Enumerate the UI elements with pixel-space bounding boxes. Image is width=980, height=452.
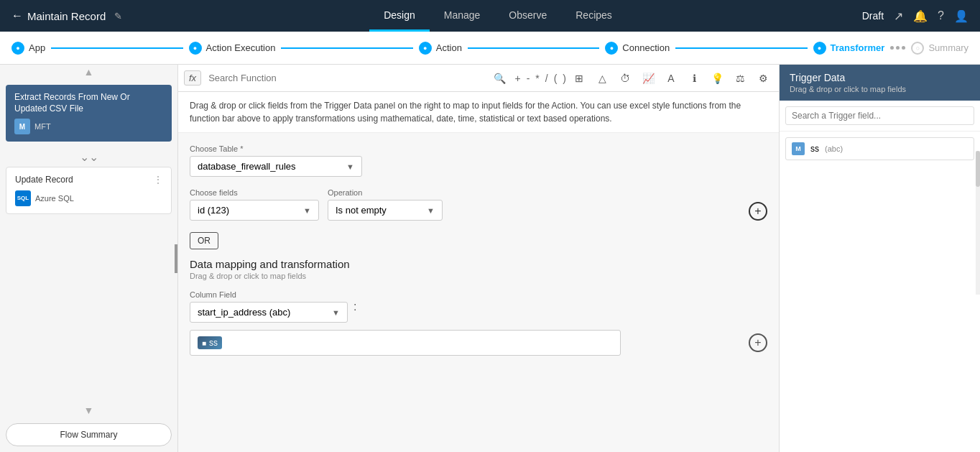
mapping-chip-label: ss [209,338,218,348]
chevron-down-icon-3: ▼ [427,206,435,215]
trigger-fields-list: M ss (abc) [780,132,980,166]
step-app-label: App [29,42,45,53]
back-icon: ← [11,9,23,22]
clock-icon[interactable]: ⏱ [615,68,635,88]
mapping-input-row: ■ ss + [190,330,767,356]
flow-summary-button[interactable]: Flow Summary [6,423,172,446]
step-transformer[interactable]: ● Transformer [813,42,885,55]
operation-dropdown[interactable]: Is not empty ▼ [328,200,443,221]
bulb-icon[interactable]: 💡 [707,68,727,88]
chip-icon: ■ [202,339,206,347]
notifications-icon[interactable]: 🔔 [913,9,928,23]
step-action-execution-circle: ● [189,42,202,55]
operation-label: Operation [328,188,443,197]
op-minus[interactable]: - [527,73,530,84]
column-field-value: start_ip_address (abc) [198,307,290,318]
step-summary[interactable]: ○ Summary [911,42,969,55]
step-summary-label: Summary [928,42,969,53]
op-open-paren[interactable]: ( [554,73,558,84]
chart-icon[interactable]: 📈 [638,68,658,88]
choose-fields-dropdown[interactable]: id (123) ▼ [190,200,319,221]
extract-block-sub: MFT [34,122,51,131]
three-dot-menu[interactable]: ⋮ [154,175,162,185]
scale-icon[interactable]: ⚖ [730,68,750,88]
gear-icon[interactable]: ⚙ [753,68,773,88]
choose-table-value: database_firewall_rules [198,161,296,172]
operation-value: Is not empty [336,205,387,216]
or-button[interactable]: OR [190,232,218,249]
flow-block-extract[interactable]: Extract Records From New Or Updated CSV … [6,85,172,142]
extract-block-icon-row: M MFT [14,119,163,134]
op-plus[interactable]: + [514,73,520,84]
op-close-paren[interactable]: ) [563,73,566,84]
data-mapping-title: Data mapping and transformation [190,258,767,270]
scroll-up-button[interactable]: ▲ [0,65,177,79]
flow-block-update[interactable]: Update Record ⋮ SQL Azure SQL [6,167,172,214]
trigger-field-item-ss[interactable]: M ss (abc) [785,137,974,160]
mapping-input-box[interactable]: ■ ss [190,330,621,356]
user-icon[interactable]: 👤 [954,9,969,23]
step-action-execution-label: Action Execution [206,42,276,53]
choose-table-group: Choose Table * database_firewall_rules ▼ [190,144,767,177]
step-connection-label: Connection [622,42,670,53]
extract-block-title: Extract Records From New Or Updated CSV … [14,92,163,114]
draft-label: Draft [862,10,884,22]
step-connection[interactable]: ● Connection [605,42,670,55]
update-block-icon-row: SQL Azure SQL [15,190,162,206]
chevron-down-icon-4: ▼ [332,308,340,317]
record-title: Maintain Record [27,10,106,22]
choose-table-dropdown[interactable]: database_firewall_rules ▼ [190,156,362,177]
back-button[interactable]: ← Maintain Record ✎ [11,9,122,22]
scroll-down-button[interactable]: ▼ [0,403,177,418]
choose-table-label: Choose Table * [190,144,767,153]
triangle-icon[interactable]: △ [592,68,612,88]
trigger-field-name: ss [810,144,819,154]
choose-fields-value: id (123) [198,205,229,216]
function-operators: + - * / ( ) [509,73,566,84]
tab-observe[interactable]: Observe [494,1,561,32]
mapping-chip[interactable]: ■ ss [198,336,222,349]
sidebar-collapse-handle[interactable]: ‹ [175,244,178,273]
trigger-field-type: (abc) [825,144,843,153]
tab-design[interactable]: Design [369,1,430,32]
trigger-field-icon: M [792,142,805,155]
column-field-dropdown[interactable]: start_ip_address (abc) ▼ [190,302,348,323]
data-mapping-subtitle: Drag & drop or click to map fields [190,272,767,280]
colon-separator: : [353,300,356,313]
chevron-down-icon-2: ▼ [303,206,311,215]
step-extra-dots [890,46,905,50]
grid-icon[interactable]: ⊞ [569,68,589,88]
step-action[interactable]: ● Action [419,42,462,55]
info-text: Drag & drop or click fields from the Tri… [178,92,779,133]
external-link-icon[interactable]: ↗ [894,9,903,23]
step-line-4 [675,47,807,49]
collapse-arrows[interactable]: ⌄⌄ [6,147,172,167]
add-condition-button[interactable]: + [749,202,767,221]
search-icon[interactable]: 🔍 [494,73,506,84]
step-summary-circle: ○ [911,42,924,55]
add-mapping-button[interactable]: + [749,333,767,352]
trigger-search-input[interactable] [785,106,974,125]
search-function-input[interactable] [204,73,491,83]
choose-fields-label: Choose fields [190,188,319,197]
tab-recipes[interactable]: Recipes [561,1,627,32]
op-multiply[interactable]: * [535,73,539,84]
step-action-circle: ● [419,42,432,55]
chevron-down-icon: ▼ [346,162,354,171]
scroll-handle[interactable] [976,151,980,187]
step-transformer-label: Transformer [831,42,885,53]
column-field-label: Column Field [190,290,348,299]
help-icon[interactable]: ? [938,9,944,22]
trigger-panel-title: Trigger Data [790,72,970,83]
step-app[interactable]: ● App [11,42,45,55]
nav-tabs: Design Manage Observe Recipes [369,1,627,32]
info-icon[interactable]: ℹ [684,68,704,88]
trigger-panel-header: Trigger Data Drag & drop or click to map… [780,65,980,101]
edit-icon[interactable]: ✎ [114,11,122,22]
text-icon[interactable]: A [661,68,681,88]
op-divide[interactable]: / [545,73,548,84]
left-sidebar: ▲ Extract Records From New Or Updated CS… [0,65,178,452]
main-area: ▲ Extract Records From New Or Updated CS… [0,65,980,452]
step-action-execution[interactable]: ● Action Execution [189,42,276,55]
tab-manage[interactable]: Manage [430,1,495,32]
